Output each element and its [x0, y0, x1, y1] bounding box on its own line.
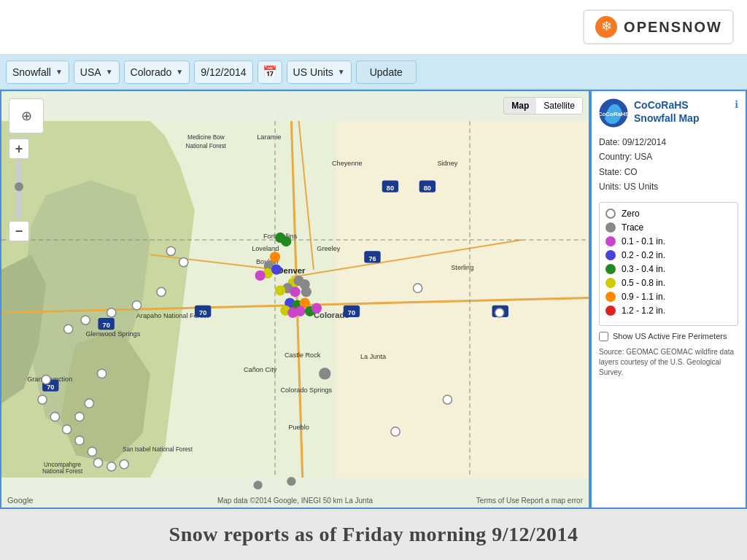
legend-dot-c02 — [605, 250, 616, 260]
svg-point-97 — [287, 477, 295, 486]
google-logo: Google — [7, 496, 33, 505]
legend-dot-c03 — [605, 264, 616, 274]
legend-dot-c05 — [605, 278, 616, 288]
map-type-toggle[interactable]: Map Satellite — [503, 97, 583, 114]
svg-text:Medicine Bow: Medicine Bow — [187, 134, 225, 141]
legend-item-label: 1.2 - 1.2 in. — [622, 306, 665, 316]
country-select-arrow: ▼ — [106, 68, 113, 76]
calendar-button[interactable]: 📅 — [258, 61, 282, 84]
legend-item: 0.2 - 0.2 in. — [605, 250, 732, 260]
date-input[interactable]: 9/12/2014 — [194, 61, 252, 84]
svg-point-53 — [270, 252, 280, 262]
legend-meta: Date: 09/12/2014 Country: USA State: CO … — [599, 135, 738, 195]
svg-text:70: 70 — [47, 384, 54, 391]
svg-text:Pueblo: Pueblo — [288, 424, 309, 431]
footer-text: Snow reports as of Friday morning 9/12/2… — [169, 523, 578, 546]
zoom-slider[interactable] — [16, 160, 22, 219]
svg-text:80: 80 — [424, 184, 431, 192]
svg-text:80: 80 — [387, 184, 394, 192]
legend-dot-c09 — [605, 292, 616, 302]
svg-text:Cheyenne: Cheyenne — [332, 160, 363, 167]
map-type-satellite-button[interactable]: Satellite — [536, 98, 582, 114]
logo-text: OPENSNOW — [624, 19, 722, 36]
svg-text:Sterling: Sterling — [451, 264, 473, 271]
svg-point-93 — [414, 284, 422, 292]
legend-item-label: 0.3 - 0.4 in. — [622, 264, 665, 274]
fire-perimeters-checkbox[interactable] — [599, 332, 608, 341]
terms-link[interactable]: Terms of Use Report a map error — [476, 497, 583, 505]
toolbar: Snowfall ▼ USA ▼ Colorado ▼ 9/12/2014 📅 … — [0, 55, 747, 90]
svg-text:Laramie: Laramie — [257, 133, 281, 141]
svg-point-94 — [495, 308, 504, 317]
svg-point-88 — [75, 412, 84, 421]
svg-point-91 — [179, 257, 188, 266]
svg-text:Glenwood Springs: Glenwood Springs — [85, 330, 140, 338]
map-navigation[interactable]: ⊕ — [9, 98, 44, 133]
svg-point-80 — [38, 395, 47, 404]
units-select-arrow: ▼ — [338, 68, 345, 76]
legend-panel: CoCoRaHS CoCoRaHSSnowfall Map ℹ Date: 09… — [590, 90, 747, 509]
svg-point-90 — [97, 369, 106, 378]
svg-point-62 — [290, 287, 300, 297]
map-background: Denver Loveland Fort Collins Greeley Bou… — [1, 91, 589, 508]
svg-point-56 — [255, 271, 265, 281]
svg-point-86 — [107, 462, 116, 471]
legend-date: Date: 09/12/2014 — [599, 135, 738, 149]
svg-text:❄: ❄ — [601, 19, 612, 34]
svg-point-82 — [63, 425, 71, 434]
opensnow-logo-icon: ❄ — [595, 15, 618, 39]
info-icon[interactable]: ℹ — [735, 98, 738, 110]
state-select-arrow: ▼ — [176, 68, 183, 76]
main-content: Denver Loveland Fort Collins Greeley Bou… — [0, 90, 747, 509]
map-type-map-button[interactable]: Map — [504, 98, 536, 114]
svg-point-70 — [295, 306, 306, 316]
svg-text:70: 70 — [103, 322, 110, 329]
svg-text:National Forest: National Forest — [186, 143, 227, 149]
svg-point-79 — [42, 375, 50, 384]
svg-point-83 — [75, 436, 84, 445]
header: ❄ OPENSNOW — [0, 0, 747, 55]
update-button[interactable]: Update — [356, 61, 417, 84]
cocorahs-logo: CoCoRaHS — [599, 98, 628, 128]
map-container[interactable]: Denver Loveland Fort Collins Greeley Bou… — [0, 90, 590, 509]
svg-point-87 — [120, 460, 128, 469]
legend-item: Zero — [605, 209, 732, 219]
svg-point-84 — [88, 447, 96, 456]
legend-item: 0.5 - 0.8 in. — [605, 278, 732, 288]
legend-item: 0.1 - 0.1 in. — [605, 236, 732, 246]
legend-item: 1.2 - 1.2 in. — [605, 306, 732, 316]
zoom-in-button[interactable]: + — [9, 139, 29, 159]
svg-point-75 — [132, 301, 141, 310]
zoom-thumb[interactable] — [15, 182, 23, 191]
svg-point-98 — [253, 481, 262, 489]
legend-item: 0.3 - 0.4 in. — [605, 264, 732, 274]
svg-text:CoCoRaHS: CoCoRaHS — [599, 111, 628, 117]
layer-select[interactable]: Snowfall ▼ — [6, 61, 69, 84]
country-select[interactable]: USA ▼ — [74, 61, 120, 84]
legend-state: State: CO — [599, 165, 738, 179]
legend-country: Country: USA — [599, 149, 738, 164]
svg-text:70: 70 — [199, 309, 206, 316]
units-select[interactable]: US Units ▼ — [287, 61, 352, 84]
svg-point-52 — [281, 236, 291, 246]
svg-point-95 — [443, 395, 452, 404]
fire-perimeters[interactable]: Show US Active Fire Perimeters — [599, 332, 738, 341]
legend-item: Trace — [605, 222, 732, 233]
state-select[interactable]: Colorado ▼ — [124, 61, 190, 84]
svg-point-78 — [64, 324, 73, 333]
legend-dot-c12 — [605, 306, 616, 316]
svg-text:San Isabel National Forest: San Isabel National Forest — [123, 446, 193, 453]
svg-text:Greeley: Greeley — [317, 245, 340, 252]
legend-dot-trace — [605, 222, 616, 233]
legend-item: 0.9 - 1.1 in. — [605, 292, 732, 302]
zoom-out-button[interactable]: − — [9, 221, 29, 241]
svg-point-63 — [275, 285, 285, 295]
svg-text:La Junta: La Junta — [360, 353, 387, 360]
svg-text:Uncompahgre: Uncompahgre — [44, 462, 82, 468]
svg-text:70: 70 — [348, 309, 355, 316]
legend-dot-c01 — [605, 236, 616, 246]
svg-point-96 — [391, 427, 400, 436]
svg-text:Castle Rock: Castle Rock — [285, 351, 321, 359]
svg-point-76 — [107, 308, 116, 317]
legend-item-label: 0.1 - 0.1 in. — [622, 236, 665, 246]
